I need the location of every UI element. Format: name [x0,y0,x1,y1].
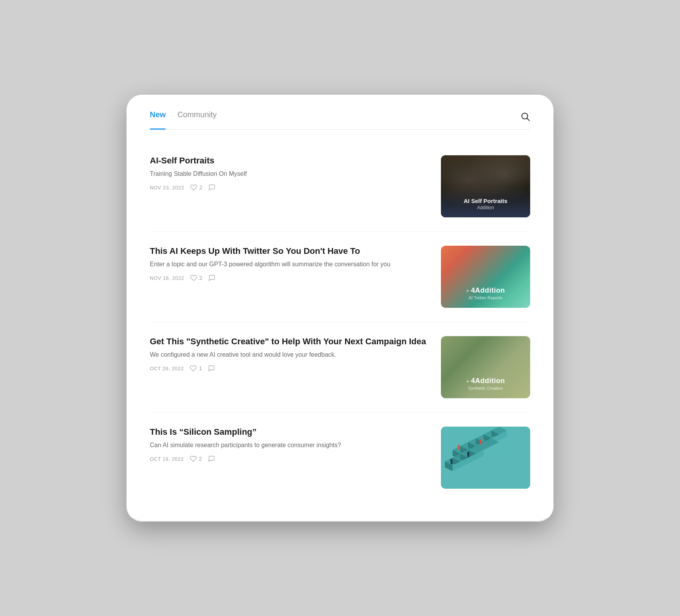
article-date: NOV 23, 2022 [150,185,184,191]
article-item[interactable]: AI-Self Portraits Training Stable Diffus… [150,141,530,232]
svg-rect-39 [467,454,469,457]
app-container: New Community AI-Self Portraits Training… [127,95,553,518]
tab-bar: New Community [150,110,530,130]
article-title: AI-Self Portraits [150,155,429,167]
like-button[interactable]: 1 [190,365,202,372]
thumb-sub: Addition [464,205,508,210]
article-list: AI-Self Portraits Training Stable Diffus… [150,141,530,503]
article-item[interactable]: This Is “Silicon Sampling” Can AI simula… [150,413,530,503]
thumb-title: AI Self Portraits [464,198,508,204]
comment-button[interactable] [208,365,215,372]
like-count: 2 [199,275,202,281]
thumb-title: 4Addition [471,286,505,294]
comment-icon [208,455,215,462]
comment-button[interactable] [208,455,215,462]
article-content: This AI Keeps Up With Twitter So You Don… [150,246,429,282]
like-count: 2 [199,184,202,191]
comment-icon [208,365,215,372]
comment-button[interactable] [208,274,215,281]
like-count: 2 [199,456,202,462]
article-meta: OCT 19, 2022 2 [150,455,429,462]
article-subtitle: We configured a new AI creative tool and… [150,350,429,359]
isometric-illustration [441,427,530,489]
tab-community-label: Community [177,110,217,119]
article-item[interactable]: Get This "Synthetic Creative" to Help Wi… [150,322,530,413]
article-meta: NOV 23, 2022 2 [150,184,429,191]
tab-new-label: New [150,110,166,119]
like-count: 1 [199,365,202,371]
like-button[interactable]: 2 [190,274,202,281]
search-icon [520,111,530,121]
svg-point-40 [467,452,469,454]
article-title: This Is “Silicon Sampling” [150,427,429,438]
article-thumbnail: + 4Addition Synthetic Creative [441,336,530,398]
article-subtitle: Training Stable Diffusion On Myself [150,169,429,179]
comment-icon [208,274,215,281]
article-thumbnail [441,427,530,489]
article-date: NOV 16, 2022 [150,275,184,281]
thumb-plus: + [466,288,469,294]
svg-point-36 [458,445,460,447]
article-meta: OCT 26, 2022 1 [150,365,429,372]
like-button[interactable]: 2 [190,184,202,191]
search-button[interactable] [520,111,530,123]
article-meta: NOV 16, 2022 2 [150,274,429,281]
comment-button[interactable] [208,184,215,191]
comment-icon [208,184,215,191]
article-item[interactable]: This AI Keeps Up With Twitter So You Don… [150,232,530,322]
like-button[interactable]: 2 [190,455,202,462]
heart-icon [190,365,197,372]
svg-rect-37 [480,441,482,444]
article-subtitle: Enter a topic and our GPT-3 powered algo… [150,260,429,269]
heart-icon [190,274,197,281]
thumb-sub: Synthetic Creative [466,386,505,390]
article-date: OCT 26, 2022 [150,366,184,371]
tab-new[interactable]: New [150,110,166,125]
article-content: AI-Self Portraits Training Stable Diffus… [150,155,429,191]
article-title: This AI Keeps Up With Twitter So You Don… [150,246,429,257]
thumb-title: 4Addition [471,377,505,385]
article-content: This Is “Silicon Sampling” Can AI simula… [150,427,429,463]
thumb-sub: AI Twitter Reports [466,295,505,300]
article-subtitle: Can AI simulate research participants to… [150,441,429,450]
svg-point-42 [450,459,453,461]
article-title: Get This "Synthetic Creative" to Help Wi… [150,336,429,347]
heart-icon [190,455,197,462]
device-frame: New Community AI-Self Portraits Training… [127,95,553,522]
svg-point-38 [479,439,482,442]
svg-line-1 [527,118,529,121]
article-thumbnail: + 4Addition AI Twitter Reports [441,246,530,308]
tab-community[interactable]: Community [177,110,217,125]
svg-rect-41 [451,461,453,464]
svg-rect-35 [458,447,460,450]
article-date: OCT 19, 2022 [150,456,184,462]
thumb-plus: + [466,378,469,384]
heart-icon [190,184,197,191]
article-content: Get This "Synthetic Creative" to Help Wi… [150,336,429,372]
article-thumbnail: AI Self Portraits Addition [441,155,530,217]
